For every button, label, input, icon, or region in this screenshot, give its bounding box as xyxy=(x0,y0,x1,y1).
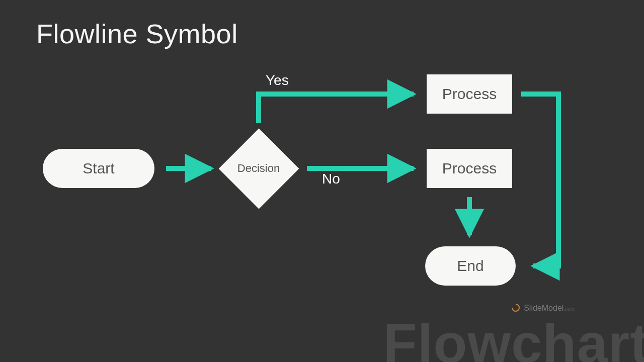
arrow-process-yes-end xyxy=(521,94,558,266)
slide-title: Flowline Symbol xyxy=(36,18,238,49)
slide: Flowline Symbol Start Decision Process P… xyxy=(0,0,644,362)
node-decision-label: Decision xyxy=(237,162,280,175)
arrow-decision-process-yes xyxy=(259,94,414,123)
node-end-label: End xyxy=(457,257,484,275)
watermark-big: Flowchart xyxy=(383,311,645,362)
node-start-label: Start xyxy=(83,160,114,177)
node-process-no-label: Process xyxy=(442,160,497,177)
node-process-no: Process xyxy=(427,149,512,188)
branch-label-yes: Yes xyxy=(266,72,289,88)
branch-label-no: No xyxy=(322,171,340,187)
node-process-yes: Process xyxy=(427,74,512,114)
node-decision: Decision xyxy=(218,128,299,209)
node-end: End xyxy=(425,246,516,286)
node-process-yes-label: Process xyxy=(442,85,497,103)
node-start: Start xyxy=(43,149,154,188)
